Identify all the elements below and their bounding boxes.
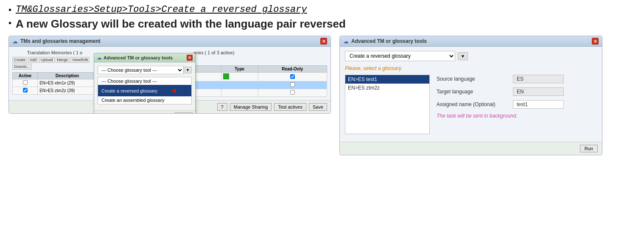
tool-dropdown-arrow-button[interactable]: ▼ [184, 67, 192, 73]
gloss-row2-type [221, 81, 258, 89]
help-button[interactable]: ? [217, 103, 227, 111]
tm-table: Active Description EN>ES xtm1x (29) [12, 72, 97, 95]
bullets-section: • TM&Glossaries>Setup>Tools>Create a rev… [8, 4, 636, 31]
bullet-text-1: TM&Glossaries>Setup>Tools>Create a rever… [16, 4, 307, 15]
tm-row2-description: EN>ES ztm2z (39) [38, 87, 97, 95]
cloud-icon: ☁ [12, 38, 18, 45]
adv-tool-footer: Run [94, 110, 195, 114]
assigned-name-label: Assigned name (Optional) [437, 101, 513, 107]
tm-row1-active-checkbox[interactable] [23, 80, 28, 85]
tm-add-button[interactable]: Add [28, 57, 38, 63]
glossary-list-panel: EN>ES test1 EN>ES ztm2z [345, 75, 430, 134]
right-cloud-icon: ☁ [343, 38, 349, 45]
left-dialog: ☁ TMs and glossaries management ✕ Transl… [8, 36, 331, 114]
adv-tool-close-button[interactable]: ✕ [187, 55, 193, 61]
source-language-label: Source language [437, 76, 513, 82]
bullet-item-2: • A new Glossary will be created with th… [8, 17, 636, 31]
adv-tool-cloud-icon: ☁ [97, 55, 102, 61]
test-actives-button[interactable]: Test actives [274, 103, 306, 111]
gloss-col-type: Type [221, 66, 258, 73]
tm-create-button[interactable]: Create [12, 57, 27, 63]
please-select-text: Please, select a glossary. [345, 65, 597, 71]
menu-item-reversed[interactable]: Create a reversed glossary ◄ [98, 85, 191, 96]
gloss-row2-readonly-checkbox[interactable] [290, 82, 295, 87]
adv-tool-run-button[interactable]: Run [175, 112, 193, 114]
right-content-area: EN>ES test1 EN>ES ztm2z Source language … [345, 75, 597, 134]
tm-upload-button[interactable]: Upload [39, 57, 55, 63]
right-dropdown-arrow-button[interactable]: ▼ [458, 52, 468, 60]
right-dialog-title: Advanced TM or glossary tools [351, 38, 427, 44]
menu-item-placeholder[interactable]: --- Choose glossary tool --- [98, 77, 191, 85]
bullet-dot-2: • [8, 18, 11, 28]
menu-item-assembled[interactable]: Create an assembled glossary [98, 96, 191, 104]
left-dialog-titlebar: ☁ TMs and glossaries management ✕ [9, 36, 330, 47]
right-tool-row: Create a reversed glossary ▼ [345, 51, 597, 61]
source-language-row: Source language ES [437, 75, 597, 83]
tm-download-button[interactable]: Downlo... [12, 64, 32, 70]
tm-col-active: Active [13, 73, 38, 79]
adv-tool-overlay: ☁ Advanced TM or glossary tools ✕ --- Ch… [94, 53, 196, 114]
left-dialog-close-button[interactable]: ✕ [320, 38, 327, 45]
bullet-text-2: A new Glossary will be created with the … [16, 17, 346, 31]
glossary-list-box[interactable]: EN>ES test1 EN>ES ztm2z [345, 75, 430, 134]
assigned-name-row: Assigned name (Optional) [437, 100, 597, 109]
tm-viewedit-button[interactable]: View/Edit [70, 57, 90, 63]
tool-dropdown-row: --- Choose glossary tool --- Create a re… [98, 66, 192, 74]
bullet-item-1: • TM&Glossaries>Setup>Tools>Create a rev… [8, 4, 636, 15]
tm-row2-active-checkbox[interactable] [23, 88, 28, 93]
list-item[interactable]: EN>ES test1 [345, 75, 429, 84]
gloss-type-icon [223, 73, 229, 79]
tm-row1-description: EN>ES xtm1x (29) [38, 79, 97, 87]
tm-toolbar: Create Add Upload Merge View/Edit Downlo… [12, 57, 97, 70]
gloss-row3-readonly-checkbox[interactable] [290, 90, 295, 95]
tm-row1-active-cell [13, 79, 38, 87]
right-dialog-close-button[interactable]: ✕ [592, 38, 599, 45]
red-arrow-icon: ◄ [170, 86, 177, 95]
tm-row2-active-cell [13, 87, 38, 95]
gloss-row3-type [221, 89, 258, 97]
adv-tool-body: --- Choose glossary tool --- Create a re… [94, 62, 195, 110]
right-tool-select[interactable]: Create a reversed glossary [345, 51, 455, 61]
assigned-name-input[interactable] [513, 100, 564, 109]
right-dialog: ☁ Advanced TM or glossary tools ✕ Create… [339, 36, 602, 155]
save-button[interactable]: Save [309, 103, 327, 111]
source-language-value: ES [513, 75, 564, 83]
table-row: EN>ES xtm1x (29) [13, 79, 97, 87]
target-language-row: Target language EN [437, 87, 597, 96]
right-dialog-body: Create a reversed glossary ▼ Please, sel… [340, 47, 602, 138]
list-item[interactable]: EN>ES ztm2z [345, 84, 429, 92]
gloss-col-readonly: Read-Only [258, 66, 327, 73]
gloss-row1-type [221, 73, 258, 81]
tm-col-description: Description [38, 73, 97, 79]
left-dialog-title: TMs and glossaries management [20, 38, 101, 44]
tm-panel: Translation Memories ( 1 o Create Add Up… [12, 50, 97, 97]
background-note: The task will be sent in background. [437, 113, 597, 119]
adv-tool-title: Advanced TM or glossary tools [104, 55, 173, 60]
adv-tool-titlebar: ☁ Advanced TM or glossary tools ✕ [94, 53, 195, 62]
left-dialog-body: Translation Memories ( 1 o Create Add Up… [9, 47, 330, 100]
right-dialog-footer: Run [340, 142, 602, 155]
tm-merge-button[interactable]: Merge [56, 57, 70, 63]
right-run-button[interactable]: Run [580, 145, 598, 152]
manage-sharing-button[interactable]: Manage Sharing [230, 103, 272, 111]
tm-panel-title: Translation Memories ( 1 o [12, 50, 97, 55]
target-language-label: Target language [437, 89, 513, 95]
gloss-row1-readonly-checkbox[interactable] [290, 74, 295, 79]
tool-menu-list: --- Choose glossary tool --- Create a re… [98, 77, 192, 104]
table-row: EN>ES ztm2z (39) [13, 87, 97, 95]
target-language-value: EN [513, 87, 564, 96]
bullet-dot-1: • [8, 5, 11, 15]
right-dialog-titlebar: ☁ Advanced TM or glossary tools ✕ [340, 36, 602, 47]
dialogs-row: ☁ TMs and glossaries management ✕ Transl… [8, 36, 636, 155]
right-fields-panel: Source language ES Target language EN As… [437, 75, 597, 134]
tool-select[interactable]: --- Choose glossary tool --- Create a re… [98, 66, 184, 74]
